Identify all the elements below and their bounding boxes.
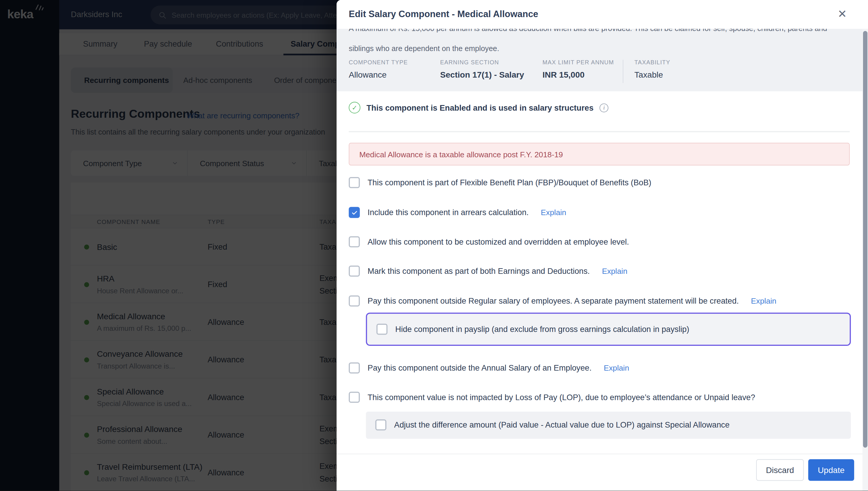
earning-section-value: Section 17(1) - Salary — [440, 69, 524, 79]
edit-salary-component-modal: Edit Salary Component - Medical Allowanc… — [337, 0, 868, 491]
modal-footer: Discard Update — [337, 454, 868, 491]
explain-link[interactable]: Explain — [751, 295, 777, 307]
component-type-label: COMPONENT TYPE — [349, 59, 408, 65]
divider — [623, 60, 623, 83]
checkbox-row-adjust-lop[interactable]: Adjust the difference amount (Paid value… — [375, 419, 730, 431]
checkbox[interactable] — [349, 392, 360, 403]
enabled-status-text: This component is Enabled and is used in… — [366, 103, 593, 112]
modal-header: Edit Salary Component - Medical Allowanc… — [337, 0, 868, 29]
checkbox-row-outside-regular[interactable]: Pay this component outside Regular salar… — [349, 295, 776, 307]
checkbox-row-fbp[interactable]: This component is part of Flexible Benef… — [349, 177, 651, 188]
taxability-value: Taxable — [635, 69, 663, 79]
checkbox[interactable] — [376, 324, 388, 335]
checkbox-row-outside-annual[interactable]: Pay this component outside the Annual Sa… — [349, 362, 629, 374]
discard-button[interactable]: Discard — [756, 459, 804, 481]
close-icon[interactable]: ✕ — [838, 7, 847, 20]
max-limit-value: INR 15,000 — [543, 69, 585, 79]
explain-link[interactable]: Explain — [602, 266, 627, 277]
checkbox[interactable] — [349, 236, 360, 248]
taxability-label: TAXABILITY — [635, 59, 670, 65]
adjust-lop-box: Adjust the difference amount (Paid value… — [366, 412, 851, 439]
checkbox-row-arrears[interactable]: Include this component in arrears calcul… — [349, 207, 566, 218]
max-limit-label: MAX LIMIT PER ANNUM — [543, 59, 614, 65]
taxable-warning-banner: Medical Allowance is a taxable allowance… — [349, 143, 850, 166]
earning-section-label: EARNING SECTION — [440, 59, 499, 65]
explain-link[interactable]: Explain — [604, 362, 629, 374]
checkbox[interactable] — [375, 419, 387, 431]
checkbox[interactable] — [349, 362, 360, 374]
check-icon — [351, 209, 358, 216]
enabled-status-row: ✓ This component is Enabled and is used … — [349, 102, 609, 113]
checkbox-row-earnings-deductions[interactable]: Mark this component as part of both Earn… — [349, 266, 627, 277]
app-root: Inbox My Team My Finances Org Engage Hir… — [0, 0, 868, 491]
scrollbar-thumb[interactable] — [863, 31, 867, 447]
checkbox[interactable] — [349, 266, 360, 277]
update-button[interactable]: Update — [808, 459, 855, 481]
divider — [349, 131, 850, 132]
checkbox-row-lop[interactable]: This component value is not impacted by … — [349, 392, 755, 403]
checkbox-row-hide-payslip[interactable]: Hide component in payslip (and exclude f… — [376, 324, 690, 335]
component-type-value: Allowance — [349, 69, 387, 79]
checkbox-checked[interactable] — [349, 207, 360, 218]
modal-title: Edit Salary Component - Medical Allowanc… — [349, 9, 538, 20]
check-circle-icon: ✓ — [349, 102, 360, 113]
checkbox[interactable] — [349, 295, 360, 307]
component-description-line2: siblings who are dependent on the employ… — [349, 44, 499, 53]
checkbox-row-customized[interactable]: Allow this component to be customized an… — [349, 236, 629, 248]
info-icon[interactable]: i — [599, 103, 609, 112]
hide-payslip-highlight-box: Hide component in payslip (and exclude f… — [366, 313, 851, 346]
checkbox[interactable] — [349, 177, 360, 188]
explain-link[interactable]: Explain — [541, 207, 566, 218]
modal-scrollbar[interactable] — [862, 29, 868, 491]
